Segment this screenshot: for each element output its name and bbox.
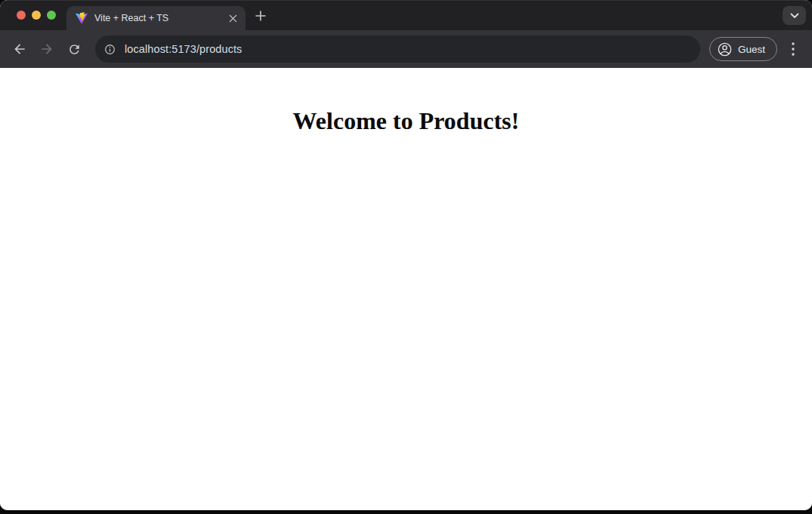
reload-icon bbox=[67, 42, 82, 57]
profile-label: Guest bbox=[738, 44, 765, 55]
address-bar[interactable]: localhost:5173/products bbox=[95, 35, 700, 63]
info-circle-icon bbox=[103, 43, 116, 56]
page-heading: Welcome to Products! bbox=[0, 68, 812, 135]
close-window-button[interactable] bbox=[17, 11, 26, 20]
person-circle-icon bbox=[717, 42, 733, 57]
browser-toolbar: localhost:5173/products Guest bbox=[0, 30, 812, 68]
new-tab-button[interactable] bbox=[251, 6, 270, 26]
reload-button[interactable] bbox=[63, 38, 85, 60]
chevron-down-icon bbox=[790, 13, 799, 19]
url-text[interactable]: localhost:5173/products bbox=[125, 43, 242, 55]
tab-title: Vite + React + TS bbox=[94, 13, 226, 23]
page-content: Welcome to Products! bbox=[0, 68, 812, 510]
back-button[interactable] bbox=[8, 38, 31, 60]
minimize-window-button[interactable] bbox=[32, 11, 41, 20]
vite-logo-icon bbox=[76, 12, 88, 24]
arrow-left-icon bbox=[12, 42, 27, 57]
kebab-menu-icon bbox=[792, 42, 795, 56]
tab-search-button[interactable] bbox=[783, 6, 806, 25]
forward-button[interactable] bbox=[36, 38, 58, 60]
tab-close-icon[interactable] bbox=[226, 11, 239, 25]
browser-menu-button[interactable] bbox=[783, 38, 803, 60]
site-info-button[interactable] bbox=[100, 39, 119, 59]
tab-strip: Vite + React + TS bbox=[0, 0, 812, 30]
plus-icon bbox=[255, 11, 266, 21]
traffic-lights bbox=[17, 11, 56, 20]
fullscreen-window-button[interactable] bbox=[47, 11, 56, 20]
tab-vite-react-ts[interactable]: Vite + React + TS bbox=[66, 6, 245, 30]
arrow-right-icon bbox=[39, 42, 54, 57]
profile-button[interactable]: Guest bbox=[709, 37, 777, 61]
browser-window: Vite + React + TS bbox=[0, 0, 812, 510]
